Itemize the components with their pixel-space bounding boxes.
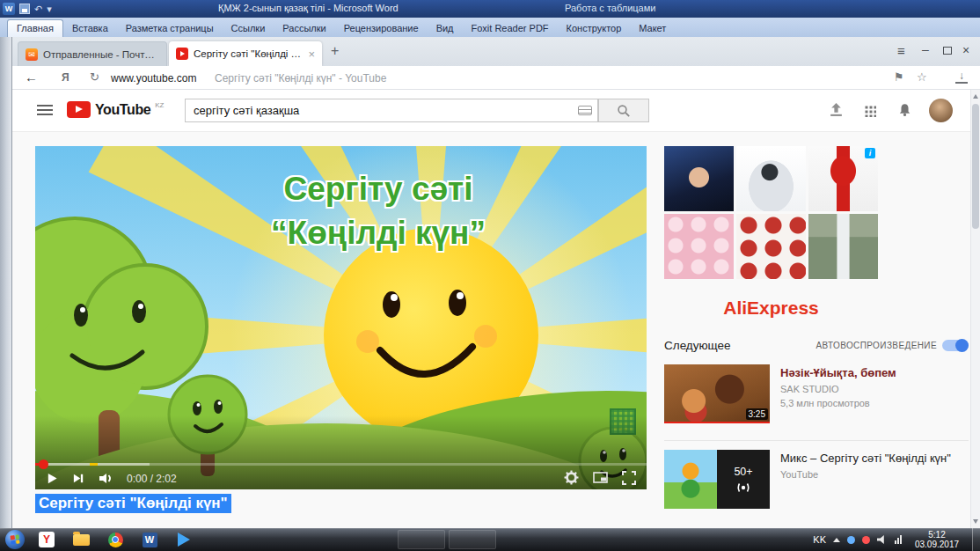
show-desktop-button[interactable] <box>972 528 980 551</box>
word-titlebar: W ↶ ▾ ҚМЖ 2-сынып қазақ тілі - Microsoft… <box>0 0 980 18</box>
minimize-button[interactable]: – <box>922 42 929 56</box>
ribbon-tab-home[interactable]: Главная <box>7 19 63 37</box>
bookmark-flag-icon[interactable]: ⚑ <box>894 70 904 84</box>
tab-mail[interactable]: ✉ Отправленные - Почта Ma <box>18 41 167 66</box>
suggestion-item[interactable]: 50+ Микс – Сергіту сәті "Көңілді күн" Yo… <box>664 450 969 511</box>
sidebar-divider <box>664 440 969 441</box>
taskbar-chrome-button[interactable] <box>104 530 127 549</box>
miniplayer-icon[interactable] <box>593 471 608 484</box>
favorites-star-icon[interactable]: ☆ <box>917 70 927 84</box>
ad-thumbnail[interactable] <box>808 214 878 279</box>
ribbon-tab-page-layout[interactable]: Разметка страницы <box>117 20 223 37</box>
volume-icon[interactable] <box>99 472 113 485</box>
address-bar: ← Я ↻ www.youtube.com Сергіту сәті "Көңі… <box>12 66 980 90</box>
tray-app-icon[interactable] <box>862 536 870 544</box>
progress-scrubber[interactable] <box>39 459 48 469</box>
back-icon[interactable]: ← <box>25 70 38 84</box>
ribbon-tab-view[interactable]: Вид <box>428 20 463 37</box>
user-avatar[interactable] <box>929 99 953 122</box>
fullscreen-icon[interactable] <box>622 471 636 485</box>
next-icon[interactable] <box>72 472 85 485</box>
search-icon <box>617 104 631 118</box>
youtube-logo[interactable]: YouTube KZ <box>67 101 165 118</box>
page-title-in-omnibox: Сергіту сәті "Көңілді күн" - YouTube <box>215 72 386 84</box>
browser-menu-icon[interactable]: ≡ <box>897 43 905 58</box>
player-controls-left: 0:00 / 2:02 <box>46 472 177 485</box>
taskbar-clock[interactable]: 5:12 03.09.2017 <box>909 530 965 549</box>
hidden-icons-arrow[interactable] <box>833 538 840 542</box>
youtube-page: YouTube KZ <box>12 90 970 528</box>
scroll-up-icon[interactable] <box>973 94 978 99</box>
ribbon-tab-foxit[interactable]: Foxit Reader PDF <box>463 20 558 37</box>
ad-brand-text[interactable]: AliExpress <box>664 298 878 319</box>
mix-thumbnail[interactable]: 50+ <box>664 450 770 509</box>
taskbar-window-button[interactable] <box>449 530 496 549</box>
volume-icon[interactable] <box>877 535 888 544</box>
mix-thumbnail-image <box>664 450 717 509</box>
network-icon[interactable] <box>895 535 902 544</box>
maximize-button[interactable] <box>943 47 952 55</box>
new-tab-button[interactable]: + <box>331 43 339 59</box>
ad-thumbnail[interactable] <box>664 214 734 279</box>
autoplay-toggle[interactable] <box>942 340 969 351</box>
taskbar-word-button[interactable]: W <box>138 530 161 549</box>
player-controls-right <box>564 470 636 485</box>
upload-button[interactable] <box>829 102 844 117</box>
ribbon-tab-mailings[interactable]: Рассылки <box>274 20 334 37</box>
undo-icon[interactable]: ↶ <box>34 2 42 16</box>
tab-youtube[interactable]: Сергіту сәті "Көңілді күн" × <box>169 41 322 66</box>
ad-info-icon[interactable]: i <box>865 148 875 158</box>
ad-thumbnail[interactable] <box>736 214 806 279</box>
close-button[interactable]: × <box>962 43 969 57</box>
suggestion-item[interactable]: 3:25 Нәзік-Ұйықта, бөпем SAK STUDIO 5,3 … <box>664 364 969 426</box>
suggestion-title[interactable]: Микс – Сергіту сәті "Көңілді күн" <box>780 452 969 466</box>
ribbon-tab-insert[interactable]: Вставка <box>63 20 117 37</box>
settings-gear-icon[interactable] <box>564 470 579 485</box>
search-button[interactable] <box>598 99 649 122</box>
qat-dropdown-icon[interactable]: ▾ <box>47 2 52 16</box>
ribbon-tab-review[interactable]: Рецензирование <box>335 20 428 37</box>
apps-grid-icon[interactable] <box>864 105 876 117</box>
url-field[interactable]: www.youtube.com <box>111 72 196 84</box>
taskbar-yandex-button[interactable]: Y <box>35 530 58 549</box>
tab-close-icon[interactable]: × <box>308 48 315 61</box>
hamburger-menu-icon[interactable] <box>37 105 53 118</box>
ribbon-tab-layout[interactable]: Макет <box>630 20 675 37</box>
tray-app-icon[interactable] <box>847 536 855 544</box>
word-app-icon[interactable]: W <box>3 3 15 15</box>
video-player[interactable]: Сергіту сәті “Көңілді күн” 0:00 / 2:02 <box>35 146 647 489</box>
ad-thumbnail[interactable] <box>664 146 734 211</box>
mix-count-badge: 50+ <box>734 466 752 478</box>
scrollbar-thumb[interactable] <box>972 104 979 229</box>
ribbon-tab-references[interactable]: Ссылки <box>223 20 274 37</box>
downloads-icon[interactable]: ↓ <box>955 70 968 84</box>
ribbon-tab-design[interactable]: Конструктор <box>558 20 631 37</box>
suggestion-thumbnail[interactable]: 3:25 <box>664 364 770 423</box>
tab-youtube-label: Сергіту сәті "Көңілді күн" <box>194 48 303 59</box>
keyboard-icon[interactable] <box>578 106 592 115</box>
start-button[interactable] <box>5 530 25 549</box>
search-box <box>185 99 598 122</box>
up-next-row: Следующее АВТОВОСПРОИЗВЕДЕНИЕ <box>664 339 969 352</box>
language-indicator[interactable]: KK <box>813 534 826 545</box>
save-icon[interactable] <box>19 4 30 14</box>
suggestion-channel[interactable]: SAK STUDIO <box>780 384 969 394</box>
yandex-logo-icon[interactable]: Я <box>62 71 69 84</box>
taskbar-explorer-button[interactable] <box>69 530 92 549</box>
notifications-bell-icon[interactable] <box>897 102 912 117</box>
suggestion-channel[interactable]: YouTube <box>780 469 969 480</box>
progress-bar[interactable] <box>35 463 647 466</box>
page-scrollbar[interactable] <box>970 90 980 528</box>
word-context-tab-group: Работа с таблицами <box>565 3 655 13</box>
ad-thumbnail[interactable] <box>736 146 806 211</box>
taskbar-window-button[interactable] <box>398 530 445 549</box>
taskbar-mediaplayer-button[interactable] <box>172 530 195 549</box>
reload-icon[interactable]: ↻ <box>90 70 99 84</box>
word-icon: W <box>143 533 157 547</box>
search-input[interactable] <box>186 99 597 121</box>
play-icon[interactable] <box>46 472 59 485</box>
ad-banner[interactable] <box>664 146 878 279</box>
duration-badge: 3:25 <box>746 408 768 420</box>
suggestion-title[interactable]: Нәзік-Ұйықта, бөпем <box>780 366 969 380</box>
scroll-down-icon[interactable] <box>973 519 978 524</box>
